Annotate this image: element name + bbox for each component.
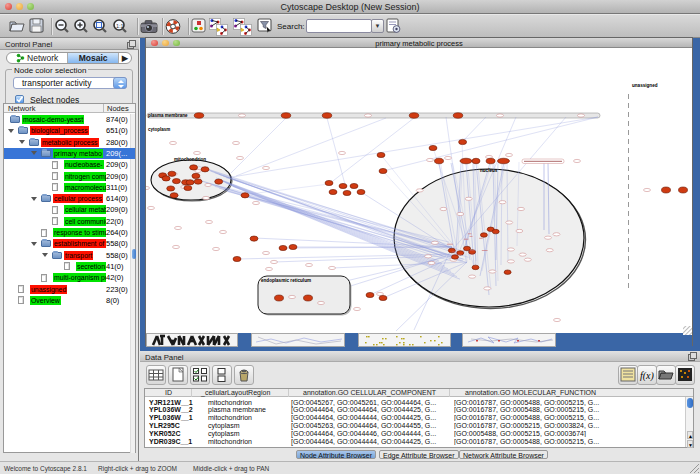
svg-text:1:1: 1:1 bbox=[116, 23, 124, 29]
svg-text:mitochondrion: mitochondrion bbox=[174, 157, 206, 162]
svg-text:f(x): f(x) bbox=[640, 370, 655, 382]
svg-text:cytoplasm: cytoplasm bbox=[148, 127, 170, 132]
svg-text:unassigned: unassigned bbox=[632, 83, 658, 88]
svg-text:nucleus: nucleus bbox=[480, 168, 498, 173]
svg-text:plasma membrane: plasma membrane bbox=[148, 113, 188, 118]
svg-text:endoplasmic reticulum: endoplasmic reticulum bbox=[261, 278, 311, 283]
